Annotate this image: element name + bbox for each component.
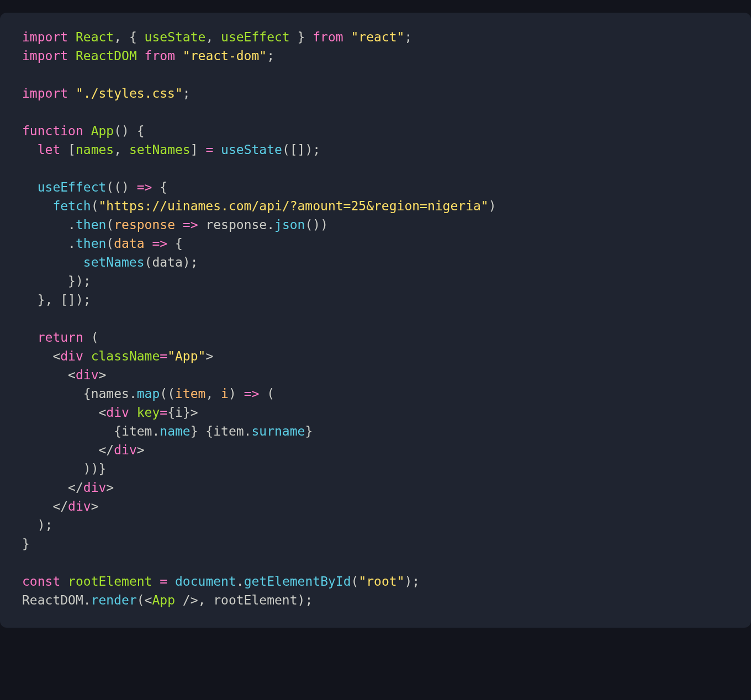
- token-p: {: [83, 386, 91, 401]
- token-op: =: [160, 574, 167, 588]
- token-p: }, []);: [38, 293, 91, 307]
- token-p: (: [91, 199, 99, 213]
- token-p: >: [137, 443, 145, 457]
- code-line: {names.map((item, i) => (: [22, 386, 274, 401]
- code-line: }: [22, 537, 30, 551]
- code-line: }, []);: [22, 293, 91, 307]
- token-def: ReactDOM: [76, 49, 137, 63]
- token-str: "App": [167, 349, 205, 363]
- code-line: </div>: [22, 499, 99, 513]
- token-fn: useState: [221, 142, 282, 157]
- token-id: item: [121, 424, 152, 438]
- token-p: }: [22, 537, 30, 551]
- token-fn: render: [91, 593, 137, 607]
- token-tag: div: [68, 499, 91, 513]
- token-p: );: [38, 518, 53, 532]
- code-line: );: [22, 518, 52, 532]
- code-line: .then(data => {: [22, 236, 183, 251]
- token-kw: import: [22, 49, 68, 63]
- token-fn: fetch: [52, 199, 91, 213]
- token-p: </: [68, 480, 83, 495]
- token-def: useState: [145, 30, 206, 44]
- token-p: >: [99, 368, 107, 382]
- token-p: .: [68, 236, 76, 251]
- token-p: [213, 142, 221, 157]
- token-par: item: [175, 386, 205, 401]
- token-kw: return: [38, 330, 83, 344]
- token-op: =>: [183, 218, 198, 232]
- token-p: } {: [191, 424, 214, 438]
- token-def: App: [152, 593, 175, 607]
- token-p: );: [183, 255, 198, 269]
- token-def: useEffect: [221, 30, 290, 44]
- token-p: />,: [175, 593, 213, 607]
- token-op: =: [160, 349, 167, 363]
- token-kw: import: [22, 86, 68, 100]
- token-p: <: [68, 368, 76, 382]
- code-line: import "./styles.css";: [22, 86, 191, 100]
- token-p: ,: [205, 386, 221, 401]
- code-block: import React, { useState, useEffect } fr…: [0, 13, 751, 628]
- token-tag: div: [83, 480, 107, 495]
- token-p: (: [106, 236, 114, 251]
- token-id: ReactDOM: [22, 593, 83, 607]
- token-id: data: [152, 255, 182, 269]
- code-line: import React, { useState, useEffect } fr…: [22, 30, 412, 44]
- token-op: =: [160, 405, 167, 420]
- code-line: <div key={i}>: [22, 405, 198, 420]
- token-par: i: [221, 386, 229, 401]
- token-kw: import: [22, 30, 68, 44]
- token-id: i: [175, 405, 183, 420]
- token-p: [68, 86, 76, 100]
- token-def: React: [76, 30, 114, 44]
- code-line: setNames(data);: [22, 255, 198, 269]
- token-str: "react": [351, 30, 405, 44]
- token-p: (<: [137, 593, 152, 607]
- code-line: useEffect(() => {: [22, 180, 167, 194]
- token-p: (: [106, 218, 114, 232]
- token-prop: name: [160, 424, 190, 438]
- token-p: {: [167, 236, 183, 251]
- code-line: import ReactDOM from "react-dom";: [22, 49, 274, 63]
- token-p: [175, 49, 183, 63]
- code-line: ReactDOM.render(<App />, rootElement);: [22, 593, 313, 607]
- token-par: response: [114, 218, 175, 232]
- token-p: }: [290, 30, 313, 44]
- token-p: [83, 124, 91, 138]
- token-kw: from: [313, 30, 343, 44]
- token-p: ;: [404, 30, 412, 44]
- token-p: [343, 30, 351, 44]
- code-line: let [names, setNames] = useState([]);: [22, 142, 320, 157]
- token-p: }: [305, 424, 313, 438]
- token-fn: useEffect: [38, 180, 107, 194]
- token-p: (: [83, 330, 99, 344]
- token-kw: let: [38, 142, 61, 157]
- token-str: "https://uinames.com/api/?amount=25&regi…: [99, 199, 489, 213]
- token-p: .: [152, 424, 160, 438]
- token-p: ))}: [83, 462, 107, 476]
- token-p: });: [68, 274, 91, 288]
- token-p: (: [145, 255, 152, 269]
- token-tag: div: [106, 405, 129, 420]
- code-line: fetch("https://uinames.com/api/?amount=2…: [22, 199, 496, 213]
- token-p: (: [259, 386, 274, 401]
- token-p: .: [236, 574, 244, 588]
- token-def: setNames: [129, 142, 191, 157]
- token-p: ()): [305, 218, 328, 232]
- token-p: .: [267, 218, 274, 232]
- token-p: ((: [160, 386, 175, 401]
- token-p: (: [351, 574, 359, 588]
- token-p: ([]);: [282, 142, 320, 157]
- token-p: [83, 349, 91, 363]
- token-p: }>: [183, 405, 198, 420]
- token-id: item: [213, 424, 244, 438]
- token-p: <: [98, 405, 106, 420]
- token-p: </: [52, 499, 68, 513]
- token-id: names: [91, 386, 129, 401]
- token-str: "react-dom": [183, 49, 267, 63]
- token-fn: then: [76, 236, 106, 251]
- token-p: <: [52, 349, 60, 363]
- token-p: [129, 405, 137, 420]
- token-p: .: [129, 386, 137, 401]
- token-def: App: [91, 124, 114, 138]
